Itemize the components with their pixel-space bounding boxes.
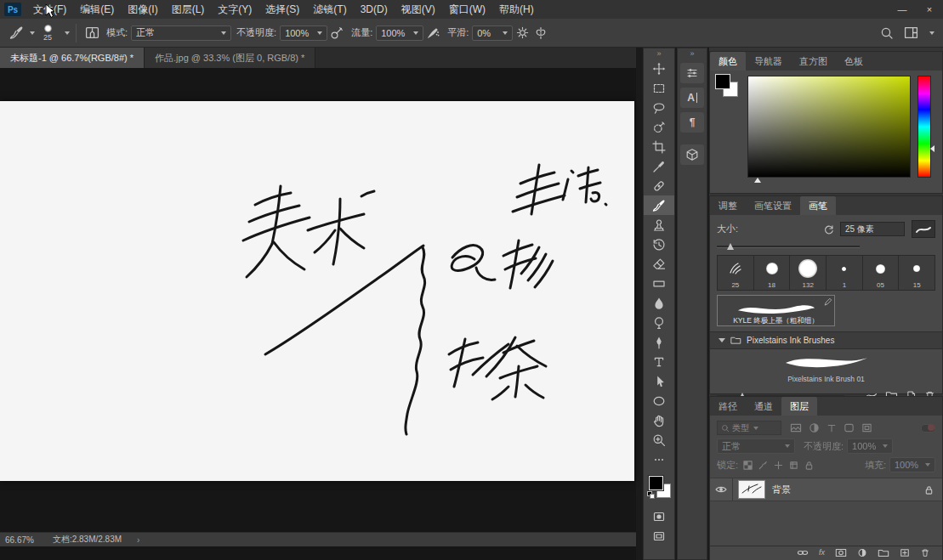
properties-panel-icon[interactable] (680, 63, 704, 83)
layer-thumbnail[interactable] (738, 480, 765, 499)
brush-item[interactable]: Pixelstains Ink Brush 01 (717, 353, 935, 383)
blur-tool[interactable] (644, 293, 674, 313)
layer-effects-icon[interactable]: fx (819, 548, 825, 557)
workspace-caret[interactable] (929, 31, 934, 35)
tab-histogram[interactable]: 直方图 (791, 52, 836, 71)
size-reset-icon[interactable] (823, 223, 835, 235)
opacity-select[interactable]: 100% (280, 25, 327, 41)
brush-preset-tile[interactable]: 18 (754, 256, 791, 290)
minimize-button[interactable]: — (889, 0, 916, 19)
clone-stamp-tool[interactable] (644, 215, 674, 235)
lock-all-icon[interactable] (804, 461, 814, 470)
paint-symmetry-icon[interactable] (531, 23, 550, 43)
paragraph-panel-icon[interactable]: ¶ (680, 112, 704, 133)
document-tab-untitled[interactable]: 未标题-1 @ 66.7%(RGB/8#) * (0, 48, 145, 68)
lock-pixels-icon[interactable] (758, 461, 768, 470)
history-brush-tool[interactable] (644, 235, 674, 254)
brush-edit-pen-icon[interactable] (824, 297, 832, 306)
menu-3d[interactable]: 3D(D) (354, 0, 395, 19)
dodge-tool[interactable] (644, 313, 674, 332)
brush-preset-tile[interactable]: 132 (790, 256, 827, 290)
smoothing-gear-icon[interactable] (513, 23, 531, 43)
filter-pixel-icon[interactable] (790, 422, 802, 433)
status-chevron-icon[interactable]: › (137, 535, 139, 545)
path-selection-tool[interactable] (644, 371, 674, 391)
foreground-color-swatch[interactable] (649, 476, 663, 490)
quick-selection-tool[interactable] (644, 117, 674, 137)
brush-preset-tile[interactable]: 15 (899, 256, 934, 290)
workspace-switcher-icon[interactable] (901, 23, 920, 43)
smoothing-select[interactable]: 0% (472, 25, 513, 41)
new-group-icon[interactable] (878, 548, 889, 557)
brush-preset-tile[interactable]: 25 (718, 256, 754, 290)
layers-opacity-select[interactable]: 100% (847, 438, 893, 454)
default-colors-icon[interactable] (647, 491, 653, 497)
menu-edit[interactable]: 编辑(E) (73, 0, 121, 19)
tab-adjustments[interactable]: 调整 (710, 196, 746, 215)
layer-row-background[interactable]: 背景 (710, 478, 942, 501)
layer-visibility-toggle[interactable] (710, 478, 733, 501)
brush-size-slider[interactable] (717, 241, 935, 252)
lock-position-icon[interactable] (774, 461, 783, 470)
brush-preset-tile[interactable]: 1 (827, 256, 863, 290)
brush-tool[interactable] (644, 195, 674, 215)
brush-group-row[interactable]: Pixelstains Ink Brushes (710, 331, 942, 349)
marquee-tool[interactable] (644, 78, 674, 98)
filter-type-icon[interactable] (827, 423, 837, 433)
tab-brushes[interactable]: 画笔 (800, 196, 836, 215)
flow-select[interactable]: 100% (376, 25, 423, 41)
adjustment-layer-icon[interactable] (857, 548, 867, 557)
brush-stroke-preview-button[interactable] (912, 220, 935, 238)
tab-channels[interactable]: 通道 (746, 397, 781, 416)
tab-paths[interactable]: 路径 (710, 397, 746, 416)
menu-help[interactable]: 帮助(H) (492, 0, 541, 19)
shape-ellipse-tool[interactable] (644, 391, 674, 410)
add-mask-icon[interactable] (835, 548, 847, 557)
hand-tool[interactable] (644, 410, 674, 430)
quick-mask-mode-button[interactable] (644, 506, 674, 526)
current-tool-brush-icon[interactable] (7, 23, 26, 43)
lock-transparency-icon[interactable] (743, 461, 753, 470)
app-logo[interactable]: Ps (4, 3, 21, 16)
group-expand-chevron-icon[interactable] (719, 338, 725, 342)
lasso-tool[interactable] (644, 98, 674, 117)
menu-file[interactable]: 文件(F) (26, 0, 73, 19)
character-panel-icon[interactable]: A (680, 88, 704, 108)
pen-tool[interactable] (644, 332, 674, 352)
crop-tool[interactable] (644, 137, 674, 156)
layer-filter-toggle[interactable] (921, 424, 935, 433)
filter-shape-icon[interactable] (844, 422, 855, 433)
type-tool[interactable] (644, 352, 674, 371)
pressure-opacity-icon[interactable] (327, 23, 346, 43)
zoom-level[interactable]: 66.67% (5, 535, 34, 545)
menu-window[interactable]: 窗口(W) (442, 0, 492, 19)
menu-select[interactable]: 选择(S) (258, 0, 306, 19)
new-layer-icon[interactable] (900, 548, 910, 557)
layers-blend-mode-select[interactable]: 正常 (717, 438, 795, 454)
close-button[interactable]: × (916, 0, 943, 19)
brush-size-slider-thumb[interactable] (727, 243, 734, 250)
toolbar-collapse-icon[interactable]: » (656, 49, 661, 58)
move-tool[interactable] (644, 59, 674, 78)
tab-swatches[interactable]: 色板 (836, 52, 872, 71)
blend-mode-select[interactable]: 正常 (131, 25, 231, 41)
3d-panel-icon[interactable] (680, 144, 704, 165)
lock-artboard-icon[interactable] (789, 461, 798, 470)
hue-slider[interactable] (917, 76, 931, 178)
eraser-tool[interactable] (644, 254, 674, 274)
filter-smart-object-icon[interactable] (861, 422, 872, 433)
menu-filter[interactable]: 滤镜(T) (306, 0, 353, 19)
tab-brush-settings[interactable]: 画笔设置 (746, 196, 800, 215)
zoom-tool[interactable] (644, 430, 674, 450)
spot-healing-tool[interactable] (644, 176, 674, 195)
selected-brush-item[interactable]: KYLE 终极上墨（粗和细） (717, 295, 835, 326)
tab-color[interactable]: 颜色 (710, 52, 746, 71)
screen-mode-button[interactable] (644, 526, 674, 546)
search-icon[interactable] (878, 23, 896, 43)
delete-layer-icon[interactable] (920, 548, 930, 557)
tab-navigator[interactable]: 导航器 (746, 52, 791, 71)
dock-collapse-icon[interactable]: » (690, 49, 694, 58)
menu-type[interactable]: 文字(Y) (211, 0, 258, 19)
canvas[interactable]: 美术 生活. (0, 101, 634, 481)
eyedropper-tool[interactable] (644, 156, 674, 176)
